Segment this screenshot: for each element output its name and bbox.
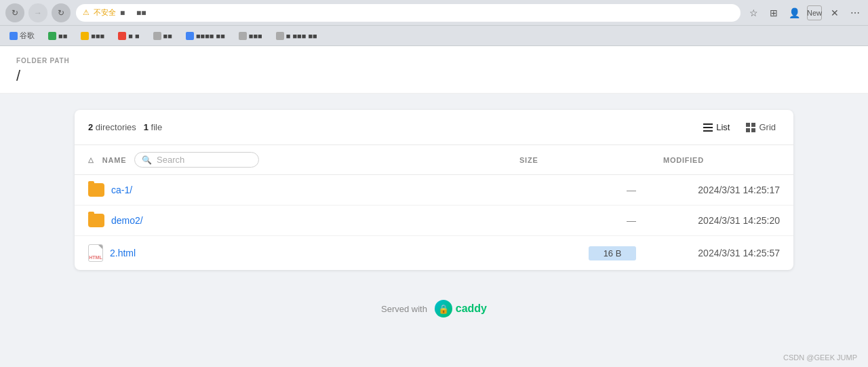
file-link[interactable]: 2.html (110, 248, 136, 258)
svg-rect-0 (703, 123, 713, 125)
address-text: ■ ■■ (120, 8, 146, 18)
list-view-button[interactable]: List (699, 119, 734, 135)
svg-rect-4 (751, 123, 755, 127)
td-name-inner: demo2/ (88, 214, 492, 227)
bookmark-8[interactable]: ■ ■■■ ■■ (272, 31, 321, 41)
profile-icon[interactable]: 👤 (787, 5, 802, 20)
file-size-dash: — (506, 175, 650, 206)
svg-rect-2 (703, 130, 713, 132)
forward-button[interactable]: → (28, 3, 47, 22)
bookmark-label-8: ■ ■■■ ■■ (286, 32, 317, 40)
col-name-label: NAME (102, 156, 126, 164)
svg-rect-6 (751, 128, 755, 132)
folder-path-label: FOLDER PATH (16, 57, 852, 64)
folder-header: FOLDER PATH / (0, 46, 868, 94)
table-row: HTML 2.html 16 B 2024/3/31 14:25:57 (75, 236, 793, 271)
close-icon[interactable]: ✕ (827, 5, 842, 20)
files-label: file (151, 122, 163, 132)
bookmark-google[interactable]: 谷歌 (5, 29, 39, 42)
file-size: 16 B (506, 236, 650, 271)
file-browser-wrapper: 2 directories 1 file List (0, 94, 868, 286)
bookmark-favicon-8 (276, 32, 284, 40)
bookmark-favicon-google (9, 32, 18, 40)
menu-icon[interactable]: ⋯ (848, 5, 863, 20)
search-icon: 🔍 (142, 155, 153, 165)
nav-controls: ↻ → ↻ (5, 3, 71, 22)
reload-button[interactable]: ↻ (52, 3, 71, 22)
file-size-dash: — (506, 206, 650, 236)
svg-rect-3 (746, 123, 750, 127)
dirs-count: 2 (88, 122, 93, 132)
grid-view-label: Grid (759, 122, 776, 132)
file-link[interactable]: demo2/ (111, 215, 143, 226)
table-row: demo2/ — 2024/3/31 14:25:20 (75, 206, 793, 236)
bookmark-label-7: ■■■ (249, 32, 262, 40)
html-file-icon: HTML (88, 244, 103, 262)
bookmarks-bar: 谷歌 ■■ ■■■ ■ ■ ■■ ■■■■ ■■ ■■■ ■ ■■■ ■■ (0, 26, 868, 46)
bookmark-favicon-4 (118, 32, 126, 40)
page-content: FOLDER PATH / 2 directories 1 file (0, 46, 868, 331)
caddy-logo: 🔒 caddy (435, 300, 487, 317)
file-name-cell: HTML 2.html (75, 236, 506, 271)
watermark: CSDN @GEEK JUMP (783, 353, 857, 362)
file-modified: 2024/3/31 14:25:57 (650, 236, 793, 271)
security-label: 不安全 (94, 7, 116, 18)
search-input[interactable] (157, 155, 252, 165)
bookmark-5[interactable]: ■■ (149, 31, 176, 41)
new-tab-icon[interactable]: New (807, 5, 822, 20)
bookmark-label-4: ■ ■ (128, 32, 139, 40)
folder-path-value: / (16, 67, 852, 85)
svg-rect-5 (746, 128, 750, 132)
address-bar[interactable]: ⚠ 不安全 ■ ■■ (76, 4, 741, 22)
grid-view-button[interactable]: Grid (742, 119, 780, 135)
list-view-label: List (716, 122, 730, 132)
svg-rect-1 (703, 127, 713, 128)
view-toggle: List Grid (699, 119, 780, 135)
browser-actions: ☆ ⊞ 👤 New ✕ ⋯ (746, 5, 863, 20)
file-name-cell: ca-1/ (75, 175, 506, 206)
table-header-row: △ NAME 🔍 SIZE MOD (75, 145, 793, 175)
file-link[interactable]: ca-1/ (111, 185, 132, 195)
bookmark-favicon-6 (186, 32, 194, 40)
file-modified: 2024/3/31 14:25:17 (650, 175, 793, 206)
bookmark-2[interactable]: ■■ (44, 31, 71, 41)
files-count: 1 (144, 122, 149, 132)
star-icon[interactable]: ☆ (746, 5, 761, 20)
browser-chrome: ↻ → ↻ ⚠ 不安全 ■ ■■ ☆ ⊞ 👤 New ✕ ⋯ (0, 0, 868, 26)
caddy-logo-icon: 🔒 (435, 300, 452, 317)
security-icon: ⚠ (83, 8, 90, 17)
list-icon (703, 123, 713, 132)
page-footer: Served with 🔒 caddy (0, 286, 868, 331)
extensions-icon[interactable]: ⊞ (766, 5, 781, 20)
grid-icon (746, 123, 755, 132)
back-button[interactable]: ↻ (5, 3, 24, 22)
bookmark-4[interactable]: ■ ■ (114, 31, 143, 41)
table-row: ca-1/ — 2024/3/31 14:25:17 (75, 175, 793, 206)
bookmark-3[interactable]: ■■■ (77, 31, 108, 41)
bookmark-favicon-5 (153, 32, 161, 40)
footer-served-with: Served with (381, 304, 427, 314)
bookmark-label-3: ■■■ (91, 32, 104, 40)
file-browser: 2 directories 1 file List (75, 110, 793, 270)
bookmark-label-6: ■■■■ ■■ (196, 32, 225, 40)
col-size: SIZE (506, 145, 650, 175)
bookmark-label-2: ■■ (58, 32, 67, 40)
bookmark-favicon-7 (239, 32, 247, 40)
bookmark-favicon-2 (48, 32, 56, 40)
col-modified: MODIFIED (650, 145, 793, 175)
col-size-label: SIZE (519, 156, 538, 164)
bookmark-label-5: ■■ (163, 32, 172, 40)
dirs-label: directories (96, 122, 136, 132)
bookmark-6[interactable]: ■■■■ ■■ (182, 31, 229, 41)
search-box: 🔍 (134, 152, 259, 168)
file-name-cell: demo2/ (75, 206, 506, 236)
file-browser-toolbar: 2 directories 1 file List (75, 110, 793, 145)
folder-icon (88, 183, 104, 197)
caddy-name: caddy (456, 303, 487, 315)
bookmark-7[interactable]: ■■■ (235, 31, 267, 41)
bookmark-favicon-3 (81, 32, 89, 40)
file-modified: 2024/3/31 14:25:20 (650, 206, 793, 236)
bookmark-label: 谷歌 (20, 31, 35, 41)
size-bar: 16 B (589, 246, 636, 260)
col-name: △ NAME 🔍 (75, 145, 506, 175)
